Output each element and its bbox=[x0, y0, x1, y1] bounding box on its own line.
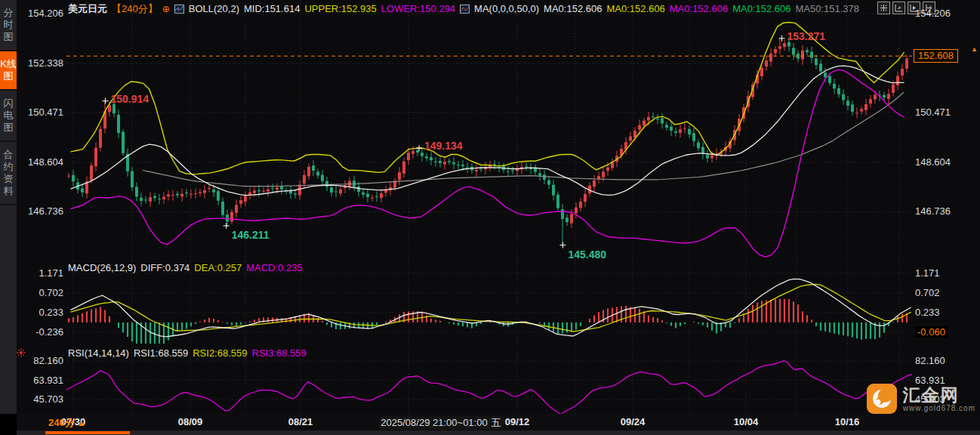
site-logo-icon bbox=[867, 384, 897, 414]
sidebar-item-2[interactable]: 闪电图 bbox=[0, 91, 17, 142]
price-extreme-label: 153.271 bbox=[787, 30, 826, 42]
axis-label: 146.736 bbox=[915, 205, 974, 217]
axis-label: 150.471 bbox=[18, 106, 63, 118]
axis-label: 0.233 bbox=[915, 307, 974, 318]
rsi-label: RSI(14,14,14) bbox=[68, 347, 129, 359]
axis-label: 150.471 bbox=[915, 106, 974, 118]
axis-label: 154.206 bbox=[18, 8, 63, 19]
site-watermark: 汇金网 www.gold678.com bbox=[867, 384, 975, 414]
axis-label: 152.338 bbox=[18, 57, 63, 69]
axis-label: 1.171 bbox=[18, 267, 63, 279]
bottom-scrollbar[interactable] bbox=[17, 430, 980, 435]
axis-label: 154.206 bbox=[915, 8, 974, 19]
chart-type-sidebar: 分时图K线图闪电图合约资料 bbox=[0, 0, 17, 414]
period-selector[interactable]: 240分 ▲ bbox=[48, 416, 85, 430]
axis-label: 63.931 bbox=[18, 375, 63, 386]
time-axis[interactable]: 07/3008/0908/2109/1209/2410/0410/162025/… bbox=[17, 414, 980, 430]
axis-label: 45.703 bbox=[18, 393, 63, 405]
time-axis-label: 09/12 bbox=[505, 416, 530, 427]
axis-label: 146.736 bbox=[18, 205, 63, 217]
rsi1-value: RSI1:68.559 bbox=[134, 347, 188, 359]
time-axis-label: 08/09 bbox=[178, 416, 203, 427]
macd-header: MACD(26,12,9)DIFF:0.374DEA:0.257MACD:0.2… bbox=[68, 262, 307, 273]
macd-label: MACD(26,12,9) bbox=[68, 262, 136, 273]
rsi2-value: RSI2:68.559 bbox=[193, 347, 247, 359]
axis-label: -0.236 bbox=[18, 326, 63, 338]
bottom-left-corner bbox=[0, 414, 17, 435]
price-pane-canvas[interactable]: 150.914146.211149.134145.480153.271 bbox=[66, 0, 912, 261]
macd-diff: DIFF:0.374 bbox=[140, 262, 190, 273]
last-price-badge: 152.608 bbox=[914, 49, 958, 63]
axis-label: 1.171 bbox=[915, 267, 974, 279]
trading-app-window: 分时图K线图闪电图合约资料 美元日元【240分】⊕BOLL(20,2)MID:1… bbox=[0, 0, 980, 435]
time-axis-label: 09/24 bbox=[621, 416, 646, 427]
scrollbar-thumb[interactable] bbox=[45, 431, 130, 434]
sidebar-item-0[interactable]: 分时图 bbox=[0, 0, 17, 51]
site-name: 汇金网 bbox=[903, 386, 975, 404]
price-extreme-label: 145.480 bbox=[568, 248, 606, 261]
axis-label: 0.233 bbox=[18, 307, 63, 318]
axis-label: 82.160 bbox=[18, 355, 63, 366]
macd-crosshair-badge: -0.060 bbox=[915, 326, 948, 338]
sidebar-item-3[interactable]: 合约资料 bbox=[0, 142, 17, 205]
axis-label: 0.702 bbox=[915, 287, 974, 298]
axis-label: 148.604 bbox=[18, 156, 63, 168]
price-extreme-label: 146.211 bbox=[232, 229, 270, 241]
site-url: www.gold678.com bbox=[903, 404, 975, 412]
macd-dea: DEA:0.257 bbox=[194, 262, 242, 273]
crosshair-date-label: 2025/08/29 21:00~01:00五 bbox=[379, 416, 504, 430]
rsi3-value: RSI3:68.559 bbox=[252, 347, 307, 359]
time-axis-label: 10/16 bbox=[835, 416, 860, 427]
axis-label: 148.604 bbox=[915, 156, 974, 168]
price-extreme-label: 149.134 bbox=[424, 140, 463, 152]
time-axis-label: 10/04 bbox=[734, 416, 759, 427]
axis-label: 82.160 bbox=[915, 355, 974, 366]
sidebar-item-1[interactable]: K线图 bbox=[0, 51, 17, 91]
last-price-arrow-icon: ▲ bbox=[971, 45, 978, 53]
axis-label: 0.702 bbox=[18, 287, 63, 298]
macd-value: MACD:0.235 bbox=[246, 262, 302, 273]
price-extreme-label: 150.914 bbox=[111, 93, 149, 105]
rsi-header: RSI(14,14,14)RSI1:68.559RSI2:68.559RSI3:… bbox=[68, 347, 311, 359]
time-axis-label: 08/21 bbox=[288, 416, 313, 427]
